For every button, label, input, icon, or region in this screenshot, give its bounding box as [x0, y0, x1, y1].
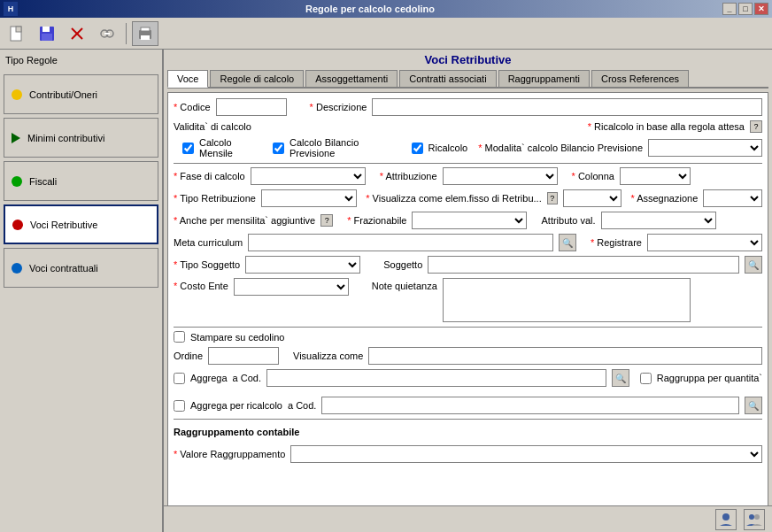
- tab-regole-calcolo[interactable]: Regole di calcolo: [210, 70, 304, 87]
- tab-contratti-associati[interactable]: Contratti associati: [399, 70, 496, 87]
- meta-curriculum-input[interactable]: [248, 234, 553, 251]
- window-title: Regole per calcolo cedolino: [18, 4, 722, 14]
- sidebar-item-label: Voci contrattuali: [29, 263, 98, 274]
- tab-cross-references[interactable]: Cross References: [591, 70, 689, 87]
- divider3: [174, 419, 762, 420]
- save-button[interactable]: [34, 21, 60, 46]
- note-quietanza-textarea[interactable]: [443, 278, 691, 322]
- ricalcolo-label: Ricalcolo: [428, 143, 468, 153]
- fase-select[interactable]: [251, 167, 366, 185]
- raggruppa-quantita-checkbox[interactable]: [640, 373, 652, 384]
- link-button[interactable]: [94, 21, 120, 46]
- sidebar-item-contributi[interactable]: Contributi/Oneri: [4, 74, 158, 114]
- frazionabile-select[interactable]: [412, 212, 527, 229]
- assegnazione-select[interactable]: [703, 189, 762, 207]
- visualizza-help-button[interactable]: ?: [547, 192, 558, 204]
- soggetto-row: Tipo Soggetto Soggetto 🔍: [174, 256, 762, 274]
- soggetto-label: Soggetto: [383, 259, 422, 270]
- calcolo-bilancio-label: Calcolo Bilancio Previsione: [290, 137, 406, 158]
- minimize-button[interactable]: _: [722, 3, 737, 15]
- title-bar-left: H: [4, 2, 18, 16]
- visualizza-come-input[interactable]: [368, 347, 762, 365]
- aggrega-checkbox[interactable]: [174, 373, 185, 384]
- title-bar: H Regole per calcolo cedolino _ □ ✕: [0, 0, 772, 18]
- attributo-val-select[interactable]: [601, 212, 716, 229]
- descrizione-label: Descrizione: [310, 102, 367, 112]
- delete-button[interactable]: [64, 21, 90, 46]
- tab-bar: Voce Regole di calcolo Assoggettamenti C…: [167, 70, 768, 89]
- aggrega-ricalcolo-checkbox[interactable]: [174, 400, 185, 412]
- meta-curriculum-label: Meta curriculum: [174, 237, 243, 248]
- aggrega-label: Aggrega: [190, 373, 228, 383]
- print-button[interactable]: [132, 21, 158, 46]
- fiscali-icon: [12, 176, 22, 187]
- tab-voce[interactable]: Voce: [167, 70, 208, 88]
- valore-raggruppamento-select[interactable]: [290, 445, 762, 463]
- ordine-input[interactable]: [208, 347, 279, 365]
- tab-raggruppamenti[interactable]: Raggruppamenti: [498, 70, 590, 87]
- maximize-button[interactable]: □: [738, 3, 753, 15]
- form-area: Codice Descrizione Validita` di calcolo …: [167, 92, 768, 523]
- registrare-select[interactable]: [647, 234, 762, 251]
- divider1: [174, 163, 762, 164]
- modalita-select[interactable]: [648, 139, 762, 157]
- attribuzione-select[interactable]: [443, 167, 558, 185]
- ricalcolo-checkbox[interactable]: [412, 143, 423, 154]
- tab-assoggettamenti[interactable]: Assoggettamenti: [305, 70, 398, 87]
- anche-help-button[interactable]: ?: [320, 214, 333, 227]
- sidebar-item-label: Fiscali: [29, 176, 57, 187]
- tipo-soggetto-select[interactable]: [245, 256, 360, 274]
- tipo-soggetto-label: Tipo Soggetto: [174, 259, 240, 270]
- main-container: Tipo Regole Contributi/Oneri Minimi cont…: [0, 50, 772, 532]
- title-bar-buttons[interactable]: _ □ ✕: [722, 3, 768, 15]
- ordine-row: Ordine Visualizza come: [174, 347, 762, 365]
- ricalcolo-help-button[interactable]: ?: [750, 120, 762, 133]
- svg-rect-1: [16, 27, 21, 32]
- checkboxes-row: Calcolo Mensile Calcolo Bilancio Previsi…: [182, 137, 762, 158]
- tipo-retribuzione-select[interactable]: [261, 189, 357, 207]
- costo-ente-select[interactable]: [234, 278, 349, 296]
- stampare-label: Stampare su cedolino: [190, 332, 284, 343]
- sidebar-item-minimi[interactable]: Minimi contributivi: [4, 118, 158, 158]
- a-cod2-input[interactable]: [321, 397, 739, 414]
- codice-label: Codice: [174, 102, 211, 112]
- aggrega-ricalcolo-search-button[interactable]: 🔍: [745, 397, 762, 414]
- new-button[interactable]: [4, 21, 30, 46]
- toolbar: [0, 18, 772, 50]
- svg-point-13: [722, 513, 730, 520]
- a-cod-input[interactable]: [266, 369, 606, 387]
- codice-input[interactable]: [216, 98, 287, 116]
- aggrega-search-button[interactable]: 🔍: [612, 369, 629, 387]
- sidebar-item-label: Minimi contributivi: [27, 133, 104, 143]
- anche-label: Anche per mensilita` aggiuntive: [174, 215, 315, 226]
- calcolo-mensile-label: Calcolo Mensile: [199, 137, 267, 158]
- user-group-icon-button[interactable]: [744, 509, 765, 530]
- stampare-checkbox[interactable]: [174, 331, 185, 343]
- descrizione-input[interactable]: [372, 98, 762, 116]
- svg-rect-3: [42, 27, 50, 32]
- svg-point-15: [754, 514, 760, 520]
- costo-ente-label: Costo Ente: [174, 281, 228, 291]
- tipo-retribuzione-row: Tipo Retribuzione Visualizza come elem.f…: [174, 189, 762, 207]
- soggetto-search-button[interactable]: 🔍: [745, 256, 762, 274]
- validita-label: Validita` di calcolo: [174, 121, 251, 132]
- meta-curriculum-search-button[interactable]: 🔍: [559, 234, 576, 251]
- sidebar-item-voci-retributive[interactable]: Voci Retributive: [4, 204, 158, 244]
- content-header: Voci Retributive: [167, 53, 768, 66]
- calcolo-bilancio-checkbox[interactable]: [273, 143, 284, 154]
- calcolo-mensile-checkbox[interactable]: [182, 143, 194, 154]
- aggrega-row: Aggrega a Cod. 🔍 Raggruppa per quantita`: [174, 369, 762, 387]
- validita-row: Validita` di calcolo Ricalcolo in base a…: [174, 120, 762, 133]
- soggetto-input[interactable]: [428, 256, 739, 274]
- colonna-select[interactable]: [620, 167, 691, 185]
- visualizza-select[interactable]: [563, 189, 622, 207]
- visualizza-label: Visualizza come elem.fisso di Retribu...: [366, 193, 542, 204]
- sidebar-item-voci-contrattuali[interactable]: Voci contrattuali: [4, 248, 158, 288]
- sidebar-item-fiscali[interactable]: Fiscali: [4, 161, 158, 201]
- aggrega-ricalcolo-row: Aggrega per ricalcolo a Cod. 🔍: [174, 397, 762, 414]
- close-button[interactable]: ✕: [754, 3, 768, 15]
- contributi-icon: [12, 89, 22, 100]
- user-icon-button[interactable]: [715, 509, 737, 530]
- attribuzione-label: Attribuzione: [380, 171, 437, 181]
- a-cod2-label: a Cod.: [288, 400, 316, 411]
